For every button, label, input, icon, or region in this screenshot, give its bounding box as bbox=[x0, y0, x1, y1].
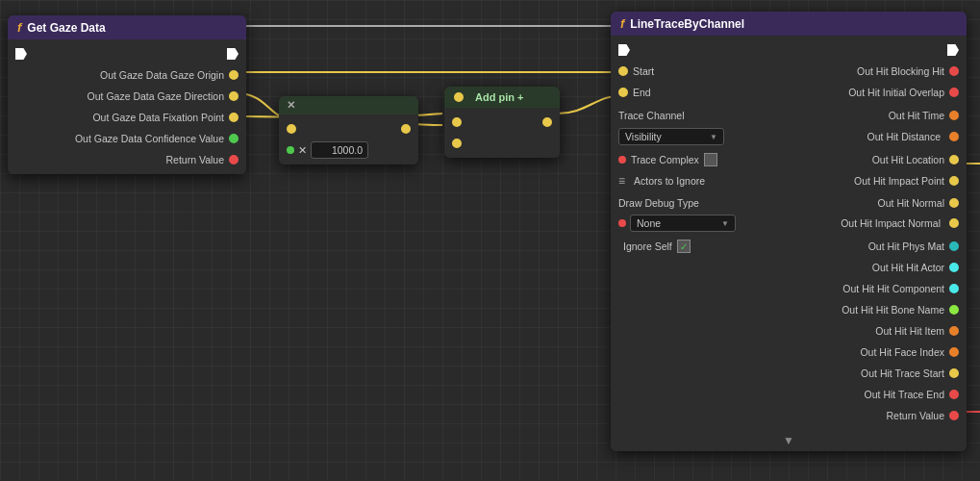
line-trace-title: LineTraceByChannel bbox=[630, 17, 744, 31]
fixation-pin[interactable] bbox=[229, 113, 239, 122]
lt-debug-label: Draw Debug Type bbox=[618, 197, 704, 209]
add-pin-title[interactable]: Add pin + bbox=[475, 91, 523, 103]
lt-tracestart-pin[interactable] bbox=[949, 368, 959, 378]
lt-actors-label: Actors to Ignore bbox=[629, 175, 710, 187]
lt-complex-label: Trace Complex bbox=[626, 154, 704, 165]
lt-distance-label: Out Hit Distance bbox=[863, 131, 945, 142]
lt-impact-pin[interactable] bbox=[949, 176, 959, 186]
confidence-pin[interactable] bbox=[229, 134, 239, 143]
math-in1-row bbox=[279, 118, 418, 139]
lt-impact-normal-pin[interactable] bbox=[949, 218, 959, 228]
line-trace-func-icon: f bbox=[620, 16, 624, 31]
lt-scroll-area: ▼ bbox=[611, 430, 967, 451]
gaze-direction-row: Out Gaze Data Gaze Direction bbox=[8, 86, 246, 107]
lt-distance-pin[interactable] bbox=[949, 132, 959, 141]
lt-channel-label: Trace Channel bbox=[618, 110, 689, 121]
add-pin-body bbox=[444, 108, 560, 158]
exec-in-row bbox=[8, 43, 246, 64]
lt-traceend-pin[interactable] bbox=[949, 390, 959, 399]
lt-faceindex-pin[interactable] bbox=[949, 347, 959, 357]
func-icon: f bbox=[17, 20, 21, 35]
lt-debug-row: Draw Debug Type Out Hit Normal bbox=[611, 191, 967, 215]
exec-in-pin[interactable] bbox=[15, 48, 27, 60]
lt-item-pin[interactable] bbox=[949, 326, 959, 336]
trace-channel-arrow: ▼ bbox=[710, 133, 717, 141]
lt-impact-normal-label: Out Hit Impact Normal bbox=[836, 217, 945, 229]
addpin-in1[interactable] bbox=[452, 117, 462, 127]
lt-actors-icon: ≡ bbox=[618, 174, 625, 188]
gaze-direction-pin[interactable] bbox=[229, 91, 239, 101]
lt-hitcomp-label: Out Hit Hit Component bbox=[838, 283, 949, 294]
addpin-in1-row bbox=[444, 112, 560, 133]
get-gaze-data-title: Get Gaze Data bbox=[27, 21, 105, 35]
lt-tracestart-row: Out Hit Trace Start bbox=[611, 363, 967, 384]
confidence-row: Out Gaze Data Confidence Value bbox=[8, 128, 246, 149]
lt-time-pin[interactable] bbox=[949, 111, 959, 120]
lt-faceindex-label: Out Hit Face Index bbox=[855, 346, 949, 358]
lt-end-row: End Out Hit Initial Overlap bbox=[611, 82, 967, 103]
debug-type-value: None bbox=[637, 217, 661, 229]
gaze-origin-label: Out Gaze Data Gaze Origin bbox=[95, 69, 229, 81]
lt-hitactor-label: Out Hit Hit Actor bbox=[867, 262, 949, 273]
lt-exec-in[interactable] bbox=[618, 44, 630, 56]
gaze-origin-pin[interactable] bbox=[229, 70, 239, 80]
gaze-origin-row: Out Gaze Data Gaze Origin bbox=[8, 64, 246, 86]
lt-tracestart-label: Out Hit Trace Start bbox=[856, 367, 949, 379]
line-trace-node: f LineTraceByChannel Start Out Hit Block… bbox=[611, 12, 967, 451]
lt-item-row: Out Hit Hit Item bbox=[611, 320, 967, 342]
lt-blocking-pin[interactable] bbox=[949, 66, 959, 76]
trace-channel-dropdown[interactable]: Visibility ▼ bbox=[618, 128, 724, 145]
lt-bonename-pin[interactable] bbox=[949, 305, 959, 315]
math-in2-icon: ✕ bbox=[298, 144, 307, 157]
line-trace-body: Start Out Hit Blocking Hit End Out Hit I… bbox=[611, 36, 967, 430]
addpin-in2[interactable] bbox=[452, 139, 462, 148]
lt-ignore-label: Ignore Self bbox=[618, 240, 677, 252]
lt-location-pin[interactable] bbox=[949, 155, 959, 165]
lt-overlap-pin[interactable] bbox=[949, 88, 959, 97]
lt-end-label: End bbox=[628, 87, 656, 98]
debug-type-dropdown[interactable]: None ▼ bbox=[630, 215, 736, 232]
lt-end-pin[interactable] bbox=[618, 88, 628, 97]
lt-normal-pin[interactable] bbox=[949, 198, 959, 208]
lt-start-pin[interactable] bbox=[618, 66, 628, 76]
gaze-return-pin[interactable] bbox=[229, 155, 239, 165]
math-out-pin[interactable] bbox=[401, 124, 411, 134]
lt-channel-row: Trace Channel Out Hit Time bbox=[611, 103, 967, 128]
lt-exec-out[interactable] bbox=[947, 44, 959, 56]
math-in2-pin[interactable] bbox=[287, 146, 294, 154]
lt-impact-label: Out Hit Impact Point bbox=[849, 175, 949, 187]
lt-traceend-row: Out Hit Trace End bbox=[611, 384, 967, 405]
addpin-out[interactable] bbox=[542, 117, 552, 127]
lt-ignore-checkbox[interactable]: ✓ bbox=[677, 240, 691, 253]
math-header: ✕ bbox=[279, 96, 418, 114]
addpin-in2-row bbox=[444, 133, 560, 154]
math-node: ✕ ✕ bbox=[279, 96, 418, 165]
lt-hitactor-pin[interactable] bbox=[949, 263, 959, 272]
lt-actors-row: ≡ Actors to Ignore Out Hit Impact Point bbox=[611, 170, 967, 191]
lt-complex-left-pin[interactable] bbox=[618, 156, 626, 164]
add-pin-header-dot bbox=[454, 92, 464, 102]
math-operator: ✕ bbox=[287, 99, 295, 112]
lt-hitactor-row: Out Hit Hit Actor bbox=[611, 257, 967, 278]
scroll-down-icon[interactable]: ▼ bbox=[783, 434, 794, 447]
get-gaze-data-header: f Get Gaze Data bbox=[8, 15, 246, 39]
lt-debug-left-pin[interactable] bbox=[618, 219, 626, 227]
lt-complex-checkbox[interactable] bbox=[704, 153, 717, 166]
gaze-return-label: Return Value bbox=[161, 154, 229, 165]
line-trace-header: f LineTraceByChannel bbox=[611, 12, 967, 36]
gaze-direction-label: Out Gaze Data Gaze Direction bbox=[83, 90, 229, 102]
lt-location-label: Out Hit Location bbox=[867, 154, 949, 165]
lt-bonename-label: Out Hit Hit Bone Name bbox=[837, 304, 949, 316]
exec-out-pin[interactable] bbox=[227, 48, 239, 60]
lt-physmat-pin[interactable] bbox=[949, 241, 959, 251]
lt-start-row: Start Out Hit Blocking Hit bbox=[611, 61, 967, 82]
lt-normal-label: Out Hit Normal bbox=[873, 197, 949, 209]
confidence-label: Out Gaze Data Confidence Value bbox=[70, 133, 229, 144]
math-value-input[interactable] bbox=[311, 141, 368, 159]
lt-hitcomp-pin[interactable] bbox=[949, 284, 959, 293]
lt-return-row: Return Value bbox=[611, 405, 967, 426]
lt-physmat-label: Out Hit Phys Mat bbox=[864, 240, 949, 252]
gaze-return-row: Return Value bbox=[8, 149, 246, 170]
lt-return-pin[interactable] bbox=[949, 411, 959, 420]
math-in1-pin[interactable] bbox=[287, 124, 296, 134]
